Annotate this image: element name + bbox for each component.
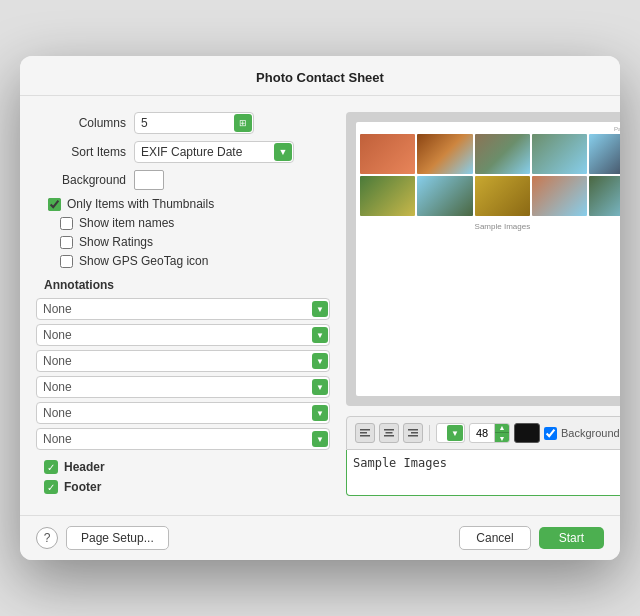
preview-img-7 (417, 176, 472, 216)
annotation-select-3[interactable]: None (36, 350, 330, 372)
font-size-value: 48 (470, 427, 494, 439)
preview-img-4 (532, 134, 587, 174)
footer-checkbox[interactable]: ✓ (44, 480, 58, 494)
text-color-swatch[interactable] (514, 423, 540, 443)
show-gps-checkbox[interactable] (60, 255, 73, 268)
preview-img-9 (532, 176, 587, 216)
footer-textarea[interactable] (346, 450, 620, 496)
svg-rect-6 (408, 429, 418, 431)
annotation-select-6[interactable]: None (36, 428, 330, 450)
right-panel: Page 1 of 1 (346, 112, 620, 499)
preview-page-label: Page 1 of 1 (360, 126, 620, 132)
show-gps-label: Show GPS GeoTag icon (79, 254, 208, 268)
columns-input[interactable] (134, 112, 254, 134)
annotation-row-3: None ▼ (36, 350, 330, 372)
svg-rect-1 (360, 432, 367, 434)
annotations-title: Annotations (44, 278, 330, 292)
font-size-up[interactable]: ▲ (495, 423, 509, 433)
sort-label: Sort Items (36, 145, 126, 159)
columns-label: Columns (36, 116, 126, 130)
font-select-wrapper: Abadi MT Condensed Light ▼ (436, 423, 465, 443)
bg-label: Background (561, 427, 620, 439)
font-size-down[interactable]: ▼ (495, 433, 509, 443)
svg-rect-2 (360, 435, 370, 437)
header-checkbox[interactable]: ✓ (44, 460, 58, 474)
preview-page: Page 1 of 1 (356, 122, 620, 396)
preview-img-8 (475, 176, 530, 216)
font-size-control: 48 ▲ ▼ (469, 423, 510, 443)
annotation-row-6: None ▼ (36, 428, 330, 450)
header-section: ✓ Header (44, 460, 330, 474)
preview-images-row-2 (360, 176, 620, 216)
annotation-select-1[interactable]: None (36, 298, 330, 320)
footer-toolbar: Abadi MT Condensed Light ▼ 48 ▲ ▼ (346, 416, 620, 450)
align-right-button[interactable] (403, 423, 423, 443)
preview-img-3 (475, 134, 530, 174)
align-left-button[interactable] (355, 423, 375, 443)
dialog: Photo Contact Sheet Columns ⊞ Sort Items… (20, 56, 620, 560)
bottom-bar: ? Page Setup... Cancel Start (20, 515, 620, 560)
only-thumbnails-label: Only Items with Thumbnails (67, 197, 214, 211)
preview-img-1 (360, 134, 415, 174)
footer-label: Footer (64, 480, 101, 494)
preview-img-10 (589, 176, 620, 216)
dialog-title: Photo Contact Sheet (20, 56, 620, 96)
show-item-names-checkbox[interactable] (60, 217, 73, 230)
footer-editor: Abadi MT Condensed Light ▼ 48 ▲ ▼ (346, 406, 620, 499)
preview-images-row-1 (360, 134, 620, 174)
start-button[interactable]: Start (539, 527, 604, 549)
header-label: Header (64, 460, 105, 474)
svg-rect-3 (384, 429, 394, 431)
preview-caption: Sample Images (360, 222, 620, 231)
svg-rect-5 (384, 435, 394, 437)
preview-img-5 (589, 134, 620, 174)
svg-rect-7 (411, 432, 418, 434)
annotation-select-4[interactable]: None (36, 376, 330, 398)
footer-section: ✓ Footer (44, 480, 330, 494)
svg-rect-8 (408, 435, 418, 437)
background-label: Background (36, 173, 126, 187)
font-size-stepper[interactable]: ▲ ▼ (494, 423, 509, 443)
preview-img-2 (417, 134, 472, 174)
background-color-swatch[interactable] (134, 170, 164, 190)
show-ratings-checkbox[interactable] (60, 236, 73, 249)
show-item-names-label: Show item names (79, 216, 174, 230)
only-thumbnails-checkbox[interactable] (48, 198, 61, 211)
bg-checkbox[interactable] (544, 427, 557, 440)
align-center-button[interactable] (379, 423, 399, 443)
annotation-row-5: None ▼ (36, 402, 330, 424)
page-setup-button[interactable]: Page Setup... (66, 526, 169, 550)
svg-rect-4 (386, 432, 393, 434)
sort-select[interactable]: EXIF Capture Date (134, 141, 294, 163)
svg-rect-0 (360, 429, 370, 431)
preview-img-6 (360, 176, 415, 216)
left-panel: Columns ⊞ Sort Items EXIF Capture Date ▼ (36, 112, 346, 499)
show-ratings-label: Show Ratings (79, 235, 153, 249)
help-button[interactable]: ? (36, 527, 58, 549)
annotation-row-4: None ▼ (36, 376, 330, 398)
annotation-row-1: None ▼ (36, 298, 330, 320)
preview-area: Page 1 of 1 (346, 112, 620, 406)
annotation-select-2[interactable]: None (36, 324, 330, 346)
cancel-button[interactable]: Cancel (459, 526, 530, 550)
font-arrow-icon: ▼ (447, 425, 463, 441)
annotation-row-2: None ▼ (36, 324, 330, 346)
annotation-select-5[interactable]: None (36, 402, 330, 424)
